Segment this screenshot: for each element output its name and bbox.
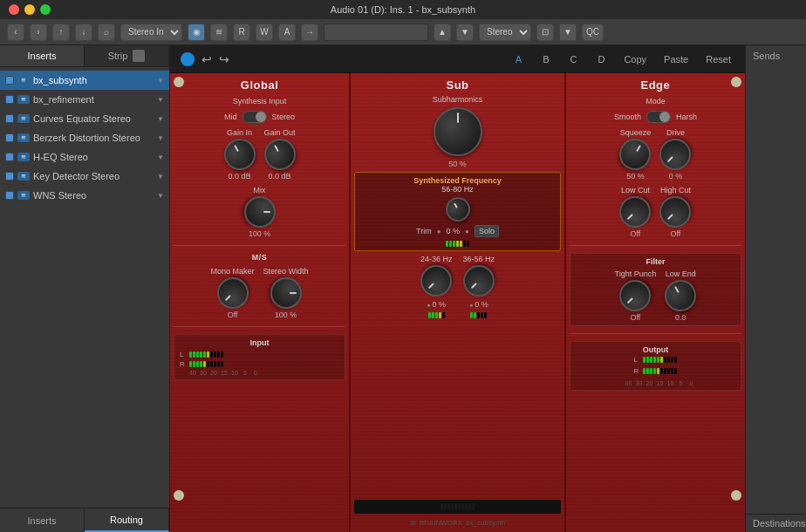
list-item[interactable]: ≋ WNS Stereo ▼ (0, 186, 169, 205)
edge-title: Edge (641, 78, 671, 92)
squeeze-knob[interactable] (614, 133, 657, 175)
a-button[interactable]: A (278, 24, 296, 41)
led-segment (470, 312, 473, 318)
preset-b-button[interactable]: B (537, 52, 554, 66)
transport-down[interactable]: ▼ (456, 24, 474, 41)
freq-24-36-knob[interactable] (414, 259, 459, 304)
trim-knob[interactable] (441, 193, 474, 226)
synthesis-toggle[interactable]: Mid Stereo (224, 111, 295, 123)
eq-button[interactable]: ≋ (210, 24, 228, 41)
plugin-power-button[interactable] (181, 52, 195, 66)
mono-maker-label: Mono Maker (211, 267, 255, 276)
tight-punch-container: Tight Punch Off (615, 269, 657, 322)
mono-maker-knob-container: Mono Maker Off (211, 267, 255, 319)
list-item[interactable]: ≋ Berzerk Distortion Stereo ▼ (0, 128, 169, 147)
r-button[interactable]: R (233, 24, 250, 41)
stereo-width-knob[interactable] (270, 277, 302, 309)
led-segment (664, 368, 666, 374)
toggle-thumb (659, 112, 670, 122)
qc-button[interactable]: QC (582, 24, 604, 41)
subharmonics-knob[interactable] (434, 107, 482, 156)
led-segment (674, 357, 677, 363)
led-segment (481, 312, 483, 318)
brainworx-icon: ⊛ (410, 519, 416, 527)
tab-inserts-bottom[interactable]: Inserts (0, 508, 85, 532)
preset-d-button[interactable]: D (592, 52, 610, 66)
maximize-button[interactable] (40, 4, 51, 15)
freq-36-56-knob[interactable] (456, 259, 501, 304)
camera-button[interactable]: ⊡ (536, 24, 554, 41)
routing-select[interactable]: Stereo In (120, 24, 182, 41)
down-button[interactable]: ↓ (75, 24, 92, 41)
high-cut-knob[interactable] (653, 190, 698, 235)
back-button[interactable]: ‹ (7, 24, 24, 41)
search-input[interactable] (324, 24, 428, 41)
trim-value: 0 % (447, 227, 461, 235)
preset-buttons: A B C D Copy Paste Reset (510, 52, 734, 66)
list-item[interactable]: ≋ bx_refinement ▼ (0, 90, 169, 109)
list-item[interactable]: ≋ Curves Equator Stereo ▼ (0, 109, 169, 128)
insert-name: Curves Equator Stereo (33, 113, 154, 124)
mix-knob[interactable] (244, 196, 276, 228)
high-cut-value: Off (670, 229, 680, 238)
channel-r-label: R (633, 367, 640, 375)
arrow-button[interactable]: → (301, 24, 318, 41)
ms-knobs-row: Mono Maker Off Stereo Width 100 % (211, 267, 309, 319)
mono-maker-knob[interactable] (210, 271, 255, 316)
led-segment (650, 368, 652, 374)
w-button[interactable]: W (256, 24, 273, 41)
mode-toggle[interactable]: Smooth Harsh (614, 111, 697, 123)
gain-out-knob[interactable] (258, 133, 301, 175)
drive-knob[interactable] (653, 133, 698, 177)
plugin-area: ↩ ↪ A B C D Copy Paste Reset Globa (170, 45, 745, 532)
mode-label: Mode (645, 97, 666, 106)
smooth-harsh-toggle[interactable] (646, 111, 671, 123)
led-segment (189, 351, 192, 358)
preset-c-button[interactable]: C (565, 52, 583, 66)
sidebar-bottom-tabs: Inserts Routing (0, 508, 169, 532)
up-button[interactable]: ↑ (52, 24, 70, 41)
sidebar: Inserts Strip ≋ bx_subsynth ▼ ≋ bx_refin… (0, 45, 170, 532)
close-button[interactable] (9, 4, 19, 15)
low-end-knob[interactable] (659, 274, 702, 317)
channel-r-label: R (180, 360, 187, 368)
solo-button[interactable]: Solo (475, 225, 499, 237)
led-segment (667, 357, 670, 363)
mid-stereo-toggle[interactable] (242, 111, 267, 123)
search-button[interactable]: ⌕ (98, 24, 115, 41)
preset-a-button[interactable]: A (510, 52, 527, 66)
redo-button[interactable]: ↪ (219, 52, 229, 66)
minimize-button[interactable] (24, 4, 35, 15)
paste-button[interactable]: Paste (660, 52, 692, 66)
settings-button[interactable]: ▼ (559, 24, 577, 41)
list-item[interactable]: ≋ H-EQ Stereo ▼ (0, 147, 169, 167)
chevron-down-icon: ▼ (157, 115, 164, 123)
plugin-header: ↩ ↪ A B C D Copy Paste Reset (170, 45, 745, 73)
list-item[interactable]: ≋ Key Detector Stereo ▼ (0, 167, 169, 186)
stereo-select[interactable]: Stereo (479, 24, 531, 41)
tab-inserts[interactable]: Inserts (0, 45, 85, 66)
gain-in-label: Gain In (227, 128, 252, 137)
copy-button[interactable]: Copy (620, 52, 650, 66)
undo-button[interactable]: ↩ (202, 52, 212, 66)
power-icon (5, 191, 14, 200)
stereo-width-label: Stereo Width (263, 267, 309, 276)
window-controls[interactable] (9, 4, 51, 15)
tab-strip[interactable]: Strip (85, 45, 169, 66)
low-cut-knob[interactable] (613, 190, 658, 235)
monitor-button[interactable]: ◉ (188, 24, 205, 41)
gain-in-knob[interactable] (218, 133, 261, 175)
company-name: BRAINWORX (420, 519, 462, 527)
synth-freq-value: 56-80 Hz (360, 185, 555, 194)
chevron-down-icon: ▼ (157, 153, 164, 161)
transport-up[interactable]: ▲ (434, 24, 451, 41)
tab-routing[interactable]: Routing (85, 508, 169, 532)
led-segment (210, 361, 213, 367)
reset-button[interactable]: Reset (702, 52, 734, 66)
tight-punch-knob[interactable] (613, 274, 658, 318)
list-item[interactable]: ≋ bx_subsynth ▼ (0, 71, 169, 90)
chevron-down-icon: ▼ (157, 96, 164, 104)
forward-button[interactable]: › (30, 24, 47, 41)
insert-list: ≋ bx_subsynth ▼ ≋ bx_refinement ▼ ≋ Curv… (0, 67, 169, 291)
led-segment (646, 357, 649, 363)
